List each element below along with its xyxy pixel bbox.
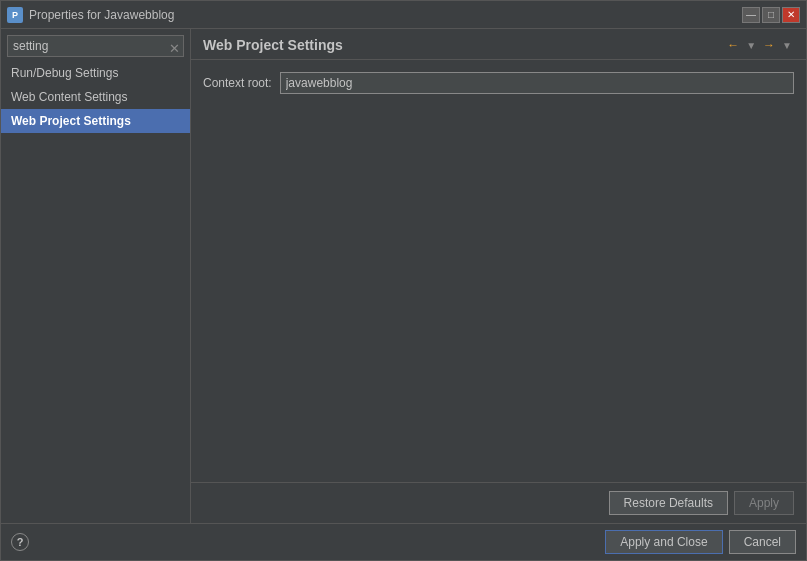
context-root-input[interactable] <box>280 72 794 94</box>
panel-title: Web Project Settings <box>203 37 343 53</box>
maximize-button[interactable]: □ <box>762 7 780 23</box>
close-button[interactable]: ✕ <box>782 7 800 23</box>
sidebar-items: Run/Debug Settings Web Content Settings … <box>1 61 190 523</box>
dialog-window: P Properties for Javawebblog — □ ✕ ✕ Run… <box>0 0 807 561</box>
forward-button[interactable]: → <box>760 37 778 53</box>
title-bar-controls: — □ ✕ <box>742 7 800 23</box>
right-panel: Web Project Settings ← ▼ → ▼ Context roo… <box>191 29 806 523</box>
nav-buttons: ← ▼ → ▼ <box>724 37 794 53</box>
search-box-container: ✕ <box>1 29 190 61</box>
sidebar-item-web-content[interactable]: Web Content Settings <box>1 85 190 109</box>
title-bar-text: Properties for Javawebblog <box>29 8 174 22</box>
main-content: ✕ Run/Debug Settings Web Content Setting… <box>1 29 806 523</box>
forward-arrow-icon: → <box>763 38 775 52</box>
app-icon: P <box>7 7 23 23</box>
search-input[interactable] <box>7 35 184 57</box>
title-bar-left: P Properties for Javawebblog <box>7 7 174 23</box>
sidebar: ✕ Run/Debug Settings Web Content Setting… <box>1 29 191 523</box>
dialog-footer: ? Apply and Close Cancel <box>1 523 806 560</box>
sidebar-item-run-debug[interactable]: Run/Debug Settings <box>1 61 190 85</box>
back-dropdown-icon[interactable]: ▼ <box>744 40 758 51</box>
apply-and-close-button[interactable]: Apply and Close <box>605 530 722 554</box>
help-button[interactable]: ? <box>11 533 29 551</box>
restore-defaults-button[interactable]: Restore Defaults <box>609 491 728 515</box>
forward-dropdown-icon[interactable]: ▼ <box>780 40 794 51</box>
footer-buttons: Apply and Close Cancel <box>605 530 796 554</box>
search-clear-icon[interactable]: ✕ <box>169 42 180 55</box>
context-root-label: Context root: <box>203 76 272 90</box>
cancel-button[interactable]: Cancel <box>729 530 796 554</box>
title-bar: P Properties for Javawebblog — □ ✕ <box>1 1 806 29</box>
panel-footer: Restore Defaults Apply <box>191 482 806 523</box>
apply-button[interactable]: Apply <box>734 491 794 515</box>
panel-body: Context root: <box>191 60 806 482</box>
back-button[interactable]: ← <box>724 37 742 53</box>
context-root-row: Context root: <box>203 72 794 94</box>
sidebar-item-web-project[interactable]: Web Project Settings <box>1 109 190 133</box>
back-arrow-icon: ← <box>727 38 739 52</box>
panel-header: Web Project Settings ← ▼ → ▼ <box>191 29 806 60</box>
minimize-button[interactable]: — <box>742 7 760 23</box>
